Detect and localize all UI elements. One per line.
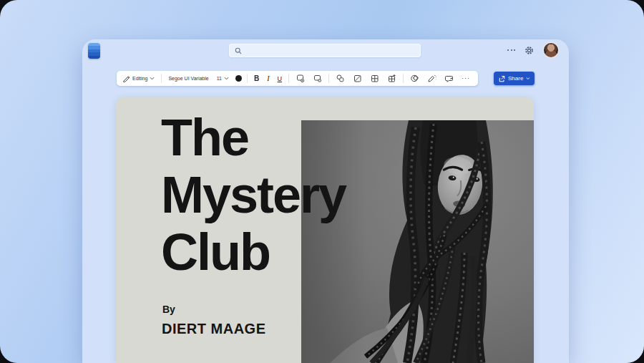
chevron-down-icon xyxy=(150,77,155,80)
comments-icon[interactable] xyxy=(443,72,455,84)
bold-button[interactable]: B xyxy=(253,73,260,84)
editing-mode-label: Editing xyxy=(132,76,147,81)
screenshot-canvas: Editing Segoe UI Variable 11 B I U xyxy=(0,0,644,363)
designer-icon[interactable] xyxy=(409,72,421,84)
font-size-value: 11 xyxy=(217,76,222,81)
ribbon-toolbar: Editing Segoe UI Variable 11 B I U xyxy=(117,71,478,86)
ink-pen-icon[interactable] xyxy=(426,72,438,84)
toolbar-divider xyxy=(247,74,248,83)
smart-tools-group: ··· xyxy=(409,72,472,84)
more-options-icon[interactable]: ··· xyxy=(460,74,472,83)
basic-format-group: B I U xyxy=(253,73,283,84)
font-size-dropdown[interactable]: 11 xyxy=(215,74,230,82)
settings-gear-icon[interactable] xyxy=(525,46,534,55)
font-family-dropdown[interactable]: Segoe UI Variable xyxy=(167,74,210,82)
app-logo-icon[interactable] xyxy=(88,43,100,59)
styles-icon[interactable] xyxy=(294,72,306,84)
document-page[interactable]: The Mystery Club By DIERT MAAGE xyxy=(116,97,534,363)
toolbar-divider xyxy=(328,74,329,83)
editing-mode-dropdown[interactable]: Editing xyxy=(121,73,156,84)
font-color-swatch[interactable] xyxy=(235,75,242,82)
title-line: Club xyxy=(161,223,346,281)
share-label: Share xyxy=(508,75,523,82)
toolbar-divider xyxy=(403,74,404,83)
document-byline: By DIERT MAAGE xyxy=(162,304,266,337)
style-tools-group xyxy=(294,72,323,84)
italic-button[interactable]: I xyxy=(265,73,270,84)
image-icon[interactable] xyxy=(351,72,364,84)
pencil-icon xyxy=(122,74,130,82)
toolbar-divider xyxy=(161,74,162,83)
format-painter-icon[interactable] xyxy=(311,72,323,84)
byline-prefix: By xyxy=(162,304,266,315)
search-icon xyxy=(235,47,242,54)
font-group: Segoe UI Variable 11 xyxy=(167,74,242,82)
underline-button[interactable]: U xyxy=(276,74,284,84)
user-avatar[interactable] xyxy=(543,42,559,58)
title-line: The xyxy=(161,109,346,166)
app-window: Editing Segoe UI Variable 11 B I U xyxy=(82,39,569,363)
share-button[interactable]: Share xyxy=(494,72,535,85)
table-icon[interactable] xyxy=(369,72,381,84)
document-title: The Mystery Club xyxy=(161,109,346,281)
titlebar xyxy=(82,39,569,67)
title-line: Mystery xyxy=(161,166,346,223)
toolbar-divider xyxy=(288,74,289,83)
share-icon xyxy=(498,75,505,82)
insert-group xyxy=(334,72,398,84)
chevron-down-icon xyxy=(526,77,530,80)
more-horizontal-icon[interactable] xyxy=(507,49,515,51)
chevron-down-icon xyxy=(224,77,229,80)
search-input[interactable] xyxy=(229,44,421,57)
titlebar-right xyxy=(507,39,559,61)
author-name: DIERT MAAGE xyxy=(162,321,266,337)
table-add-icon[interactable] xyxy=(386,72,398,84)
shapes-icon[interactable] xyxy=(334,72,346,84)
